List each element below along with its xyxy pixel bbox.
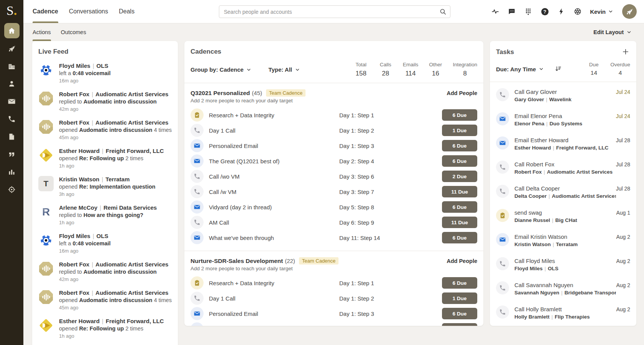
step-day: Day 1: Step 2 [339,295,442,302]
task-row[interactable]: Call Robert Fox Robert Fox|Audiomatic Ar… [496,161,630,175]
cadence-name[interactable]: Q32021 Personalized [191,90,250,97]
task-row[interactable]: Email Esther Howard Esther Howard|Freigh… [496,136,630,151]
sidebar-item[interactable] [4,23,20,38]
search-input[interactable] [219,5,450,18]
task-row[interactable]: Call Savannah Nguyen Savannah Nguyen|Bri… [496,281,630,296]
activity-subject: Audomatic intro discussion [79,127,152,133]
live-feed-item-action: opened Audomatic intro discussion 4 time… [59,297,172,303]
main-nav-tab[interactable]: Cadence [33,0,58,23]
phone-icon [191,170,204,183]
user-menu[interactable]: Kevin [590,8,613,15]
topbar-icon-button[interactable]: ? [540,7,549,16]
task-person: Holly Bramlett [514,314,550,320]
live-feed-item-body: Floyd Miles|OLS left a 0:48 voicemail 16… [59,62,111,84]
task-row[interactable]: Call Gary Glover Gary Glover|Wavelink Ju… [496,88,630,102]
task-row[interactable]: Call Delta Cooper Delta Cooper|Audiomati… [496,185,630,199]
task-row[interactable]: Email Kristin Watson Kristin Watson|Terr… [496,233,630,247]
live-feed-item[interactable]: Floyd Miles|OLS left a 0:48 voicemail 16… [38,233,172,254]
home-icon [8,27,16,35]
step-day: Day 2: Step 4 [339,158,442,164]
task-due-date: Jul 28 [616,161,630,168]
cadence-name[interactable]: Nurture-SDR-Sales Development [191,258,283,264]
main-nav-tab[interactable]: Deals [119,0,135,23]
clipboard-icon [496,209,509,222]
sidebar-item[interactable] [4,94,20,109]
live-feed-item-header: Floyd Miles|OLS [59,233,111,239]
task-subtitle: Esther Howard|Freight Forward, LLC [514,145,616,151]
sidebar-item[interactable] [4,182,20,197]
task-row[interactable]: Call Floyd Miles Floyd Miles|OLS Aug 2 [496,257,630,271]
live-feed-item[interactable]: Esther Howard|Freight Forward, LLC opene… [38,318,172,339]
sidebar-item[interactable] [4,58,20,74]
live-feed-item[interactable]: T Kristin Watson|Terratam opened Re: Imp… [38,176,172,197]
due-button[interactable]: 1 Due [442,292,477,304]
due-button[interactable]: 2 Due [442,171,477,182]
cadence-section: Nurture-SDR-Sales Development (22) Team … [191,251,477,326]
due-button[interactable]: 6 Due [442,277,477,289]
main-nav-tab[interactable]: Conversations [69,0,108,23]
plus-icon[interactable] [622,48,630,56]
live-feed-panel: Live Feed Floyd Miles|OLS left a 0:48 vo… [32,41,178,345]
chart-icon [8,168,16,176]
sub-tab[interactable]: Actions [33,23,51,41]
live-feed-item[interactable]: R Arlene McCoy|Remi Data Services replie… [38,204,172,225]
add-people-button[interactable]: Add People [447,258,477,264]
live-feed-item[interactable]: Robert Fox|Audiomatic Artist Services op… [38,119,172,140]
due-button[interactable]: 1 Due [442,125,477,136]
task-row[interactable]: Call Holly Bramlett Holly Bramlett|Flip … [496,306,630,320]
due-button[interactable]: 6 Due [442,201,477,213]
cadence-step-row: AM Call Day 6: Step 9 11 Due [191,215,477,230]
due-button[interactable]: 6 Due [442,323,477,326]
task-row[interactable]: Email Elenor Pena Elenor Pena|Duo System… [496,112,630,127]
due-button[interactable]: 11 Due [442,186,477,197]
due-button[interactable]: 6 Due [442,308,477,319]
sidebar-item[interactable] [4,41,20,56]
search-icon[interactable] [439,8,447,15]
topbar-icon-button[interactable] [524,7,532,16]
task-row[interactable]: send swag Dianne Russel|Big CHat Aug 1 [496,209,630,223]
topbar-icon-button[interactable] [508,7,516,16]
activity-subject: Audomatic intro discussion [79,297,152,303]
live-feed-item[interactable]: Esther Howard|Freight Forward, LLC opene… [38,148,172,169]
due-button[interactable]: 11 Due [442,217,477,228]
due-button[interactable]: 6 Due [442,232,477,243]
topbar-icon-button[interactable] [557,7,565,16]
due-filter-dropdown[interactable]: Due: Any Time [496,66,544,72]
launch-button[interactable] [622,4,637,19]
sort-icon[interactable] [555,65,562,73]
edit-layout-button[interactable]: Edit Layout [593,29,632,35]
team-cadence-badge: Team Cadence [266,89,306,97]
live-feed-item[interactable]: Robert Fox|Audiomatic Artist Services re… [38,261,172,282]
topbar-icon-button[interactable] [573,7,582,16]
sidebar-item[interactable] [4,111,20,127]
live-feed-item-action: left a 0:48 voicemail [59,240,111,246]
topbar-icon-button[interactable] [491,7,499,16]
cadence-stat: Integration 8 [453,62,477,77]
building-icon [8,62,16,70]
type-dropdown[interactable]: Type: All [268,66,300,73]
live-feed-item[interactable]: Robert Fox|Audiomatic Artist Services re… [38,91,172,112]
sidebar-item[interactable] [4,164,20,179]
company-name: OLS [97,62,108,69]
due-button[interactable]: 6 Due [442,155,477,167]
due-button[interactable]: 6 Due [442,140,477,151]
add-people-button[interactable]: Add People [447,90,477,96]
live-feed-item[interactable]: Robert Fox|Audiomatic Artist Services op… [38,289,172,310]
divider [184,251,483,251]
step-label: Call /w VM [209,189,339,195]
step-label: The Great (Q12021 best of) [209,158,339,164]
sidebar-item[interactable] [4,129,20,144]
contact-name: Robert Fox [59,289,89,296]
task-company: Freight Forward, LLC [556,145,609,151]
sub-tab[interactable]: Outcomes [61,23,86,41]
stat-value: 28 [378,70,393,77]
step-day: Day 1: Step 3 [339,310,442,317]
due-button[interactable]: 6 Due [442,109,477,121]
group-by-dropdown[interactable]: Group by: Cadence [191,66,251,73]
sidebar-item[interactable] [4,146,20,162]
task-body: Email Kristin Watson Kristin Watson|Terr… [514,233,616,247]
cadence-count: (45) [252,90,262,96]
live-feed-item[interactable]: Floyd Miles|OLS left a 0:48 voicemail 16… [38,62,172,84]
cadence-step-row: Day 1 Call Day 1: Step 2 1 Due [191,123,477,138]
sidebar-item[interactable] [4,76,20,91]
